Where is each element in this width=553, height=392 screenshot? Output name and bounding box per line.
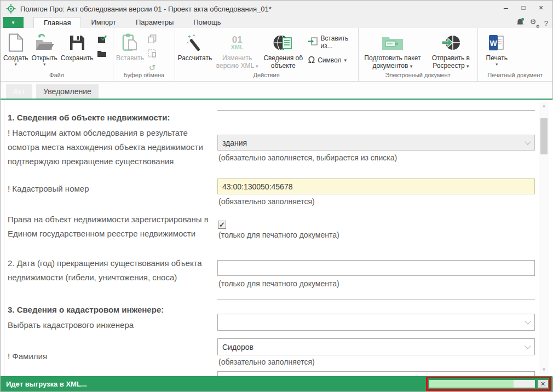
dropdown-arrow-icon: ▾ [410,64,413,69]
help-icon[interactable]: ? [544,20,548,27]
save-floppy-icon [69,31,85,54]
dropdown-arrow-icon: ▾ [256,64,258,69]
ribbon-group-actions: + + + Рассчитать 01 XML Изменить в [175,28,359,81]
minimize-button[interactable]: – [498,1,514,14]
magic-wand-icon: + + + [186,31,204,54]
dropdown-arrow-icon: ▼ [43,62,47,67]
tab-glavnaya[interactable]: Главная [33,17,81,28]
group-label-clipboard: Буфер обмена [113,72,175,81]
group-label-edoc: Электронный документ [359,72,477,81]
ribbon-group-file: Создать ▼ Открыть ▼ [1,28,113,81]
title-bar: Полигон Про: Акт обследования версии 01 … [1,1,552,17]
open-button[interactable]: Открыть ▼ [30,30,59,68]
calculate-button[interactable]: + + + Рассчитать [176,30,214,63]
doc-tab-act[interactable]: Акт [6,84,32,99]
cancel-progress-button[interactable]: × [538,380,548,388]
prepare-package-button[interactable]: Подготовить пакет документов ▾ [360,30,426,71]
form-area: 1. Сведения об объекте недвижимости: ! Н… [1,100,553,377]
termination-date-label: 2. Дата (год) прекращения существования … [8,256,209,285]
send-rosreestr-button[interactable]: Отправить в Росреестр ▾ [425,30,476,71]
paste-from-button[interactable]: Вставить из... [306,33,356,51]
window-title: Полигон Про: Акт обследования версии 01 … [20,5,498,13]
termination-date-input[interactable] [217,260,535,276]
close-button[interactable]: × [533,1,549,14]
save-button[interactable]: Сохранить [59,30,95,63]
app-window: Полигон Про: Акт обследования версии 01 … [0,0,553,392]
cadastral-hint: (обязательно заполняется) [218,197,315,206]
paste-button[interactable]: Вставить [114,30,146,63]
status-bar: Идет выгрузка в XML... × [1,376,552,391]
dropdown-arrow-icon: ▼ [495,62,499,67]
tab-pomoshch[interactable]: Помощь [183,17,231,28]
engineer-select[interactable] [217,314,535,331]
termination-hint: (только для печатного документа) [218,279,339,288]
object-type-select[interactable]: здания [217,135,535,151]
object-type-hint: (обязательно заполняется, выбирается из … [218,153,397,162]
maximize-button[interactable]: □ [515,1,532,14]
close-file-folder-icon[interactable] [97,50,107,60]
status-text: Идет выгрузка в XML... [1,380,87,388]
word-document-icon: W [488,31,505,54]
ribbon-tab-bar: ▼ Главная Импорт Параметры Помощь ⚙ ⚙ ? [1,17,552,28]
svg-text:+: + [193,33,195,37]
vertical-scrollbar[interactable]: ▲ ▼ [539,102,549,374]
app-logo-icon [6,4,16,14]
svg-text:+: + [187,41,189,44]
progress-fill [429,380,514,388]
doc-tab-notification[interactable]: Уведомление [36,84,99,99]
choose-engineer-label: Выбрать кадастрового инженера [8,318,209,332]
usb-folder-icon [381,31,404,54]
paste-from-icon [308,37,318,47]
ribbon-group-edoc: Подготовить пакет документов ▾ Отправить… [359,28,478,81]
group-label-actions: Действия [175,72,358,81]
scroll-up-icon[interactable]: ▲ [539,102,549,109]
separator-line [217,110,535,111]
annotation-highlight-box: × [426,377,551,391]
open-folder-icon [34,31,54,54]
undo-icon[interactable]: ↺ [149,64,156,72]
tab-parametry[interactable]: Параметры [126,17,183,28]
ribbon: Создать ▼ Открыть ▼ [1,28,552,82]
new-document-icon [8,31,24,54]
section1-heading: 1. Сведения об объекте недвижимости: [8,111,209,125]
scroll-down-icon[interactable]: ▼ [539,366,549,373]
chevron-down-icon [525,343,531,349]
globe-info-icon [273,31,293,54]
group-label-print: Печатный документ [478,72,552,81]
statement-label: ! Настоящим актом обследования в результ… [8,126,209,169]
group-label-file: Файл [1,72,113,81]
xml-version-icon: 01 XML [231,31,244,54]
cadastral-number-label: ! Кадастровый номер [8,182,209,196]
omega-icon: Ω [308,55,315,65]
print-button[interactable]: W Печать ▼ [485,30,509,68]
paste-special-icon[interactable] [148,49,156,60]
tab-import[interactable]: Импорт [81,17,125,28]
notifications-bell-icon[interactable] [516,18,525,28]
symbol-button[interactable]: Ω Символ ▾ [306,54,349,66]
chevron-down-icon [525,139,531,145]
send-globe-icon [441,31,460,54]
surname-hint: (обязательно заполняется) [218,358,315,366]
svg-text:W: W [490,39,498,48]
rights-registered-label: Права на объект недвижимости зарегистрир… [8,212,209,241]
create-button[interactable]: Создать ▼ [2,30,30,68]
document-tab-strip: Акт Уведомление [1,82,552,100]
change-xml-version-button[interactable]: 01 XML Изменить версию XML ▾ [214,30,261,71]
copy-icon[interactable] [148,34,157,45]
file-menu-button[interactable]: ▼ [3,17,24,28]
dropdown-arrow-icon: ▼ [14,62,18,67]
object-info-button[interactable]: Сведения об объекте [261,30,306,71]
ribbon-group-clipboard: Вставить ↺ [113,28,175,81]
surname-select[interactable]: Сидоров [217,338,535,355]
rights-checkbox[interactable]: ✓ [218,221,226,229]
save-as-icon[interactable] [97,34,107,46]
ribbon-group-print: W Печать ▼ Печатный документ [478,28,552,81]
progress-bar [429,380,535,388]
rights-hint: (только для печатного документа) [218,230,339,239]
clipboard-paste-icon [122,31,139,54]
scrollbar-thumb[interactable] [540,118,548,154]
cadastral-number-input[interactable]: 43:00:130050:45678 [217,178,535,194]
svg-text:+: + [188,34,191,39]
dropdown-arrow-icon: ▾ [344,57,347,63]
settings-gears-icon[interactable]: ⚙ ⚙ [530,19,539,27]
